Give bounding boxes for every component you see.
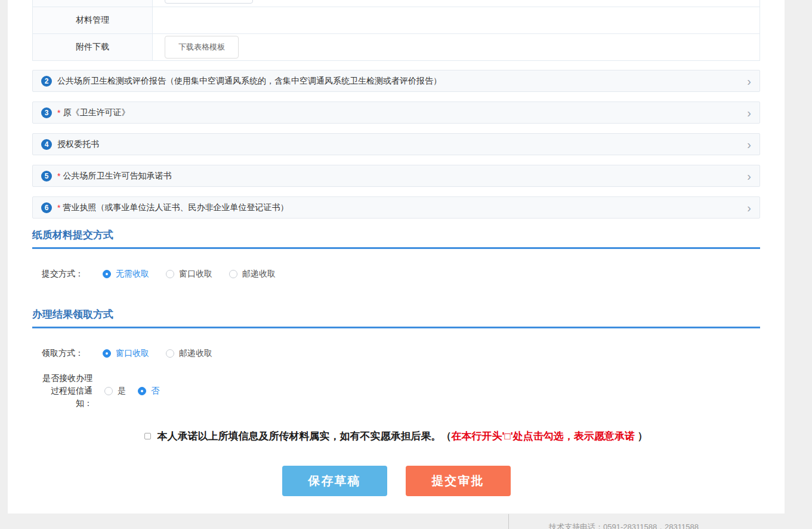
table-row-cutoff: [33, 0, 759, 7]
table-row: 材料管理: [33, 7, 759, 33]
radio-option[interactable]: 是: [104, 386, 126, 396]
result-pickup-options: 窗口收取 邮递收取: [103, 348, 229, 359]
radio-icon[interactable]: [138, 387, 146, 395]
sms-notice-field: 是否接收办理 过程短信通 知： 是 否: [32, 372, 760, 410]
required-asterisk: *: [57, 203, 60, 213]
radio-icon[interactable]: [103, 270, 111, 278]
material-row[interactable]: 6 * 营业执照（或事业单位法人证书、民办非企业单位登记证书） ›: [32, 196, 760, 219]
chevron-right-icon[interactable]: ›: [747, 139, 751, 150]
radio-label: 否: [151, 386, 159, 396]
sms-label-line: 知：: [32, 397, 92, 410]
step-number-badge: 2: [41, 76, 52, 87]
step-number-badge: 4: [41, 139, 52, 150]
commitment-text-black: 本人承诺以上所填信息及所传材料属实，如有不实愿承担后果。（: [157, 430, 451, 442]
material-label: 原《卫生许可证》: [63, 107, 129, 118]
radio-option[interactable]: 无需收取: [103, 269, 149, 279]
sms-label-line: 过程短信通: [32, 385, 92, 397]
radio-icon[interactable]: [229, 270, 237, 278]
attachment-table: 材料管理 附件下载 下载表格模板: [32, 0, 760, 61]
radio-label: 是: [118, 386, 126, 396]
submit-approval-button[interactable]: 提交审批: [406, 466, 511, 496]
radio-option[interactable]: 邮递收取: [229, 269, 276, 279]
chevron-right-icon[interactable]: ›: [747, 107, 751, 119]
radio-option[interactable]: 窗口收取: [166, 269, 212, 279]
sms-label-line: 是否接收办理: [32, 372, 92, 385]
download-template-button[interactable]: 下载表格模板: [165, 36, 239, 59]
section-title-paper-submit: 纸质材料提交方式: [32, 228, 760, 249]
required-asterisk: *: [57, 108, 60, 118]
material-row[interactable]: 4 * 授权委托书 ›: [32, 133, 760, 155]
sms-options: 是 否: [104, 386, 171, 396]
commitment-text-suffix: ）: [635, 430, 648, 442]
step-number-badge: 3: [41, 107, 52, 118]
step-number-badge: 5: [41, 171, 52, 182]
chevron-right-icon[interactable]: ›: [747, 75, 751, 87]
table-row: 附件下载 下载表格模板: [33, 33, 759, 60]
commitment-row: 本人承诺以上所填信息及所传材料属实，如有不实愿承担后果。（在本行开头'□'处点击…: [32, 429, 760, 443]
radio-icon[interactable]: [166, 270, 174, 278]
result-pickup-field: 领取方式： 窗口收取 邮递收取: [32, 348, 760, 359]
section-title-result-pickup: 办理结果领取方式: [32, 307, 760, 328]
row-value: 下载表格模板: [153, 36, 759, 59]
row-label: 附件下载: [33, 34, 153, 60]
material-label: 公共场所卫生许可告知承诺书: [63, 171, 171, 182]
form-card: 材料管理 附件下载 下载表格模板 2 * 公共场所卫生检测或评价报告（使用集中空…: [8, 0, 785, 513]
commitment-checkbox[interactable]: [144, 433, 151, 439]
save-draft-button[interactable]: 保存草稿: [282, 466, 387, 496]
radio-label: 窗口收取: [179, 269, 212, 279]
radio-label: 无需收取: [116, 269, 149, 279]
material-label: 授权委托书: [57, 139, 99, 150]
radio-label: 邮递收取: [179, 348, 212, 359]
required-asterisk: *: [57, 171, 60, 181]
cutoff-input[interactable]: [165, 0, 253, 4]
material-row[interactable]: 2 * 公共场所卫生检测或评价报告（使用集中空调通风系统的，含集中空调通风系统卫…: [32, 70, 760, 92]
chevron-right-icon[interactable]: ›: [747, 170, 751, 182]
radio-option[interactable]: 邮递收取: [166, 348, 212, 359]
radio-icon[interactable]: [166, 349, 174, 358]
footer-divider: [508, 514, 509, 529]
row-label: 材料管理: [33, 7, 153, 33]
sms-notice-label: 是否接收办理 过程短信通 知：: [32, 372, 92, 410]
radio-option[interactable]: 否: [138, 386, 159, 396]
commitment-text-red: 在本行开头'□'处点击勾选，表示愿意承诺: [451, 430, 634, 442]
material-label: 营业执照（或事业单位法人证书、民办非企业单位登记证书）: [63, 202, 288, 213]
radio-label: 窗口收取: [116, 348, 149, 359]
field-label: 领取方式：: [42, 348, 84, 359]
material-label: 公共场所卫生检测或评价报告（使用集中空调通风系统的，含集中空调通风系统卫生检测或…: [57, 76, 441, 87]
table-label-cell: [33, 0, 153, 7]
paper-submit-options: 无需收取 窗口收取 邮递收取: [103, 269, 292, 279]
radio-icon[interactable]: [104, 387, 113, 395]
chevron-right-icon[interactable]: ›: [747, 202, 751, 214]
commitment-text: 本人承诺以上所填信息及所传材料属实，如有不实愿承担后果。（在本行开头'□'处点击…: [157, 429, 647, 443]
paper-submit-field: 提交方式： 无需收取 窗口收取 邮递收取: [32, 269, 760, 279]
radio-icon[interactable]: [103, 349, 111, 358]
action-buttons: 保存草稿 提交审批: [32, 466, 760, 496]
material-row[interactable]: 5 * 公共场所卫生许可告知承诺书 ›: [32, 165, 760, 187]
material-row[interactable]: 3 * 原《卫生许可证》 ›: [32, 102, 760, 124]
field-label: 提交方式：: [42, 269, 84, 279]
material-list: 2 * 公共场所卫生检测或评价报告（使用集中空调通风系统的，含集中空调通风系统卫…: [32, 70, 760, 219]
radio-label: 邮递收取: [242, 269, 276, 279]
step-number-badge: 6: [41, 202, 52, 213]
radio-option[interactable]: 窗口收取: [103, 348, 149, 359]
footer-support-phone: 技术支持电话：0591-28311588，28311588: [549, 521, 699, 529]
